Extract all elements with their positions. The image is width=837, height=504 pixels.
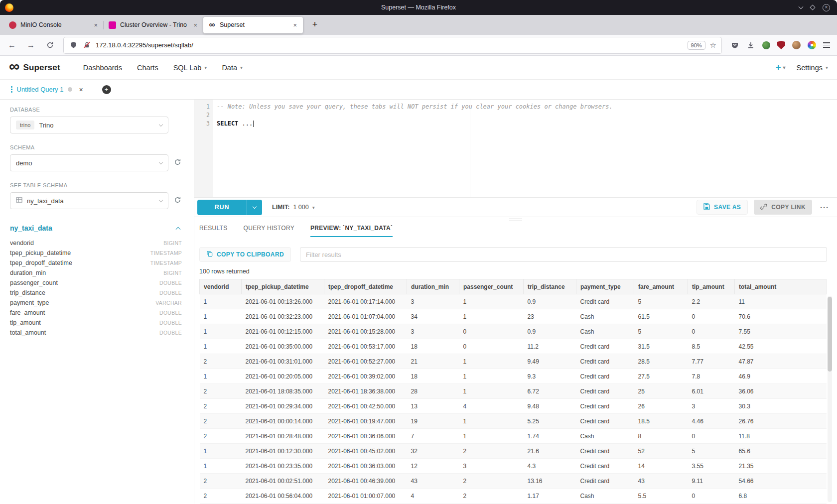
- add-query-tab-button[interactable]: +: [102, 85, 111, 94]
- insecure-lock-icon[interactable]: [82, 41, 91, 50]
- browser-tab-trino[interactable]: Cluster Overview - Trino ×: [104, 17, 203, 33]
- column-item[interactable]: total_amountDOUBLE: [10, 328, 184, 338]
- tab-close-icon[interactable]: ×: [292, 21, 298, 29]
- tab-query-history[interactable]: QUERY HISTORY: [244, 225, 294, 237]
- more-actions-button[interactable]: ···: [820, 203, 829, 212]
- table-schema-select[interactable]: ny_taxi_data: [10, 192, 168, 209]
- table-row[interactable]: 12021-06-01 00:20:05.0002021-06-01 00:39…: [200, 369, 827, 384]
- table-refresh-icon[interactable]: [174, 196, 181, 206]
- downloads-icon[interactable]: [746, 41, 755, 50]
- add-new-button[interactable]: +▾: [776, 62, 786, 73]
- column-header[interactable]: tpep_dropoff_datetime: [324, 279, 407, 294]
- table-schema-header[interactable]: ny_taxi_data: [10, 224, 184, 232]
- new-tab-button[interactable]: +: [308, 18, 322, 32]
- column-header[interactable]: trip_distance: [524, 279, 576, 294]
- settings-menu[interactable]: Settings▾: [797, 64, 828, 72]
- tab-preview-ny-taxi-data[interactable]: PREVIEW: `NY_TAXI_DATA`: [310, 225, 393, 237]
- table-row[interactable]: 12021-06-01 00:35:00.0002021-06-01 00:53…: [200, 339, 827, 354]
- pane-drag-handle[interactable]: [509, 219, 522, 221]
- query-tab-untitled[interactable]: Untitled Query 1 ×: [5, 80, 89, 99]
- copy-to-clipboard-button[interactable]: COPY TO CLIPBOARD: [199, 247, 291, 262]
- column-item[interactable]: trip_distanceDOUBLE: [10, 288, 184, 298]
- run-button-group[interactable]: RUN: [197, 200, 262, 215]
- table-row[interactable]: 22021-06-01 00:29:34.0002021-06-01 00:42…: [200, 399, 827, 414]
- scrollbar-thumb[interactable]: [828, 297, 832, 372]
- filter-results-input[interactable]: [300, 247, 827, 262]
- table-row[interactable]: 22021-06-01 18:08:35.0002021-06-01 18:36…: [200, 384, 827, 399]
- table-row[interactable]: 22021-06-01 00:00:14.0002021-06-01 00:19…: [200, 414, 827, 429]
- column-item[interactable]: passenger_countDOUBLE: [10, 278, 184, 288]
- table-row[interactable]: 22021-06-01 00:31:01.0002021-06-01 00:52…: [200, 354, 827, 369]
- sql-editor[interactable]: 1-- Note: Unless you save your query, th…: [194, 100, 837, 197]
- results-scrollbar[interactable]: [828, 296, 832, 502]
- query-tab-label[interactable]: Untitled Query 1: [17, 86, 64, 93]
- run-button[interactable]: RUN: [197, 200, 247, 215]
- pocket-icon[interactable]: [730, 41, 739, 50]
- code-line[interactable]: [213, 111, 217, 120]
- ublock-shield-icon[interactable]: [777, 41, 785, 49]
- table-row[interactable]: 12021-06-01 00:12:15.0002021-06-01 00:15…: [200, 324, 827, 339]
- column-item[interactable]: tpep_dropoff_datetimeTIMESTAMP: [10, 258, 184, 268]
- column-header[interactable]: fare_amount: [634, 279, 688, 294]
- column-header[interactable]: passenger_count: [459, 279, 524, 294]
- column-header[interactable]: payment_type: [576, 279, 634, 294]
- window-maximize-icon[interactable]: [810, 4, 815, 10]
- brand-name[interactable]: Superset: [23, 63, 60, 73]
- nav-data[interactable]: Data▾: [222, 64, 243, 72]
- url-text[interactable]: 172.18.0.4:32295/superset/sqllab/: [96, 41, 683, 49]
- schema-select[interactable]: demo: [10, 154, 168, 171]
- tracking-shield-icon[interactable]: [69, 41, 78, 50]
- code-line[interactable]: SELECT ...: [213, 120, 254, 128]
- table-row[interactable]: 22021-06-01 00:02:51.0002021-06-01 00:46…: [200, 474, 827, 489]
- browser-tab-superset[interactable]: ∞ Superset ×: [203, 17, 303, 33]
- window-close-icon[interactable]: ×: [823, 4, 830, 11]
- table-row[interactable]: 12021-06-01 00:12:30.0002021-06-01 00:45…: [200, 444, 827, 459]
- copy-link-button[interactable]: COPY LINK: [754, 200, 812, 215]
- column-header[interactable]: total_amount: [735, 279, 827, 294]
- column-item[interactable]: tip_amountDOUBLE: [10, 318, 184, 328]
- extension-icon-pinwheel[interactable]: [808, 41, 816, 49]
- column-item[interactable]: tpep_pickup_datetimeTIMESTAMP: [10, 248, 184, 258]
- forward-button[interactable]: →: [24, 38, 38, 52]
- column-item[interactable]: duration_minBIGINT: [10, 268, 184, 278]
- column-header[interactable]: tip_amount: [688, 279, 735, 294]
- table-name[interactable]: ny_taxi_data: [10, 224, 52, 232]
- superset-logo-icon[interactable]: ∞: [9, 59, 19, 74]
- tab-close-icon[interactable]: ×: [192, 21, 198, 29]
- browser-tab-minio[interactable]: MinIO Console ×: [4, 17, 104, 33]
- column-item[interactable]: vendoridBIGINT: [10, 238, 184, 248]
- schema-refresh-icon[interactable]: [174, 158, 181, 168]
- tab-close-icon[interactable]: ×: [93, 21, 99, 29]
- save-as-button[interactable]: SAVE AS: [697, 200, 748, 215]
- table-row[interactable]: 12021-06-01 00:32:23.0002021-06-01 01:07…: [200, 309, 827, 324]
- table-row[interactable]: 12021-06-01 00:23:35.0002021-06-01 00:36…: [200, 459, 827, 474]
- table-row[interactable]: 22021-06-01 00:28:48.0002021-06-01 00:36…: [200, 429, 827, 444]
- limit-dropdown[interactable]: LIMIT: 1 000 ▾: [272, 204, 315, 211]
- run-options-button[interactable]: [247, 200, 262, 215]
- code-line[interactable]: -- Note: Unless you save your query, the…: [213, 103, 613, 111]
- chevron-up-icon[interactable]: [176, 227, 181, 232]
- table-row[interactable]: 12021-06-01 00:13:26.0002021-06-01 00:17…: [200, 294, 827, 309]
- column-item[interactable]: fare_amountDOUBLE: [10, 308, 184, 318]
- reload-button[interactable]: [43, 38, 57, 52]
- back-button[interactable]: ←: [5, 38, 19, 52]
- database-select[interactable]: trino Trino: [10, 117, 168, 133]
- column-header[interactable]: duration_min: [407, 279, 459, 294]
- column-header[interactable]: vendorid: [200, 279, 242, 294]
- table-row[interactable]: 22021-06-01 00:56:04.0002021-06-01 01:00…: [200, 489, 827, 504]
- tab-results[interactable]: RESULTS: [199, 225, 228, 237]
- window-minimize-icon[interactable]: [799, 4, 804, 9]
- query-tab-close-icon[interactable]: ×: [79, 86, 83, 94]
- url-bar[interactable]: 172.18.0.4:32295/superset/sqllab/ 90% ☆: [64, 37, 721, 53]
- zoom-level-badge[interactable]: 90%: [688, 41, 705, 50]
- nav-dashboards[interactable]: Dashboards: [83, 64, 122, 72]
- tab-menu-icon[interactable]: [11, 86, 12, 93]
- extension-icon-green[interactable]: [762, 41, 770, 49]
- bookmark-star-icon[interactable]: ☆: [710, 41, 716, 50]
- column-item[interactable]: payment_typeVARCHAR: [10, 298, 184, 308]
- menu-icon[interactable]: [823, 42, 830, 48]
- nav-sql-lab[interactable]: SQL Lab▾: [173, 64, 207, 72]
- extension-icon-avatar[interactable]: [792, 41, 801, 49]
- column-header[interactable]: tpep_pickup_datetime: [242, 279, 324, 294]
- nav-charts[interactable]: Charts: [137, 64, 158, 72]
